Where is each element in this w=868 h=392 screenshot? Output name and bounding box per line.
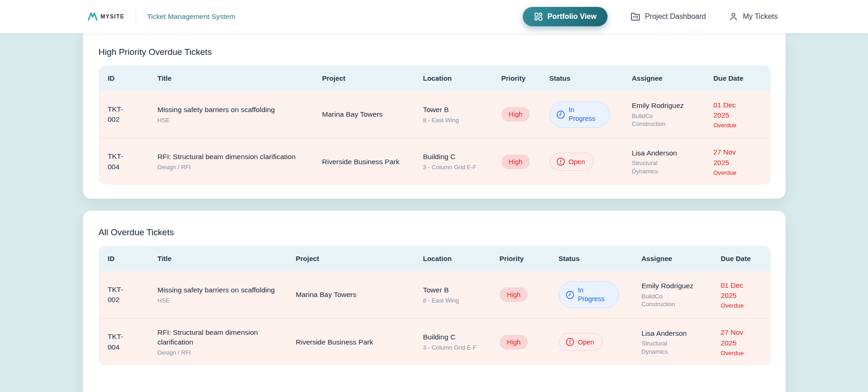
table-row: TKT-004 RFI: Structural beam dimension c… [99,138,771,185]
col-header-id: ID [99,65,158,91]
nav-project-dashboard-label: Project Dashboard [645,12,706,21]
brand-logo[interactable]: MYSITE [88,12,124,21]
app-title: Ticket Management System [147,12,236,21]
ticket-location-detail: 8 - East Wing [423,297,482,305]
ticket-priority-cell: High [500,287,559,302]
ticket-assignee-cell: Lisa Anderson Structural Dynamics [632,148,714,176]
due-date: 01 Dec 2025 [714,100,747,121]
due-date: 01 Dec 2025 [721,280,754,301]
ticket-category: HSE [158,116,311,125]
priority-badge-high: High [502,107,530,122]
table-header-row: ID Title Project Location Priority Statu… [99,246,771,271]
nav-my-tickets-label: My Tickets [743,12,778,21]
ticket-status-cell: In Progress [549,101,632,128]
brand-group: MYSITE Ticket Management System [88,10,235,24]
nav-portfolio-view-button[interactable]: Portfolio View [523,7,608,26]
priority-badge-high: High [500,287,528,302]
due-status: Overdue [714,122,760,129]
ticket-priority-cell: High [502,107,549,122]
ticket-location-detail: 3 - Column Grid E-F [423,344,482,352]
due-status: Overdue [721,302,760,309]
col-header-status: Status [559,246,642,271]
ticket-location-detail: 3 - Column Grid E-F [423,163,482,172]
clock-icon [566,291,574,299]
ticket-assignee-cell: Emily Rodriguez BuildCo Construction [642,281,721,309]
alert-circle-icon [566,338,574,346]
col-header-location: Location [423,246,500,271]
ticket-title-cell: Missing safety barriers on scaffolding H… [158,105,322,124]
assignee-company: BuildCo Construction [642,292,693,309]
col-header-assignee: Assignee [642,246,721,271]
table-row: TKT-002 Missing safety barriers on scaff… [99,91,771,138]
assignee-company: Structural Dynamics [632,159,684,175]
page-content: High Priority Overdue Tickets ID Title P… [83,33,785,392]
ticket-location: Building C [423,152,490,162]
col-header-id: ID [99,246,158,271]
col-header-title: Title [158,65,322,91]
ticket-due-cell: 27 Nov 2025 Overdue [714,147,771,176]
col-header-location: Location [423,65,502,91]
ticket-project: Marina Bay Towers [296,290,423,300]
ticket-category: HSE [158,297,285,305]
ticket-due-cell: 27 Nov 2025 Overdue [721,327,771,356]
due-date: 27 Nov 2025 [714,147,747,168]
ticket-assignee-cell: Emily Rodriguez BuildCo Construction [632,101,714,128]
nav-portfolio-view-label: Portfolio View [548,12,596,21]
col-header-assignee: Assignee [632,65,714,91]
ticket-assignee-cell: Lisa Anderson Structural Dynamics [642,328,721,356]
status-badge-in-progress: In Progress [559,281,619,308]
ticket-due-cell: 01 Dec 2025 Overdue [721,280,771,309]
ticket-location-cell: Tower B 8 - East Wing [423,105,502,124]
ticket-due-cell: 01 Dec 2025 Overdue [714,100,771,129]
col-header-project: Project [322,65,423,91]
col-header-priority: Priority [502,65,549,91]
assignee-company: Structural Dynamics [642,339,693,356]
ticket-project: Riverside Business Park [296,337,423,347]
col-header-due-date: Due Date [721,246,771,271]
ticket-location: Tower B [423,105,490,115]
ticket-title: RFI: Structural beam dimension clarifica… [158,327,285,347]
ticket-priority-cell: High [500,335,559,350]
ticket-location-detail: 8 - East Wing [423,116,482,125]
col-header-title: Title [158,246,296,271]
ticket-priority-cell: High [502,154,549,169]
nav-my-tickets[interactable]: My Tickets [729,12,778,21]
col-header-project: Project [296,246,423,271]
ticket-location-cell: Tower B 8 - East Wing [423,285,500,304]
layout-grid-icon [534,12,543,21]
ticket-status-cell: Open [549,153,632,171]
ticket-project: Riverside Business Park [322,157,423,167]
high-priority-table: ID Title Project Location Priority Statu… [99,65,771,185]
nav-project-dashboard[interactable]: Project Dashboard [631,12,706,22]
status-badge-in-progress: In Progress [549,101,610,128]
col-header-due-date: Due Date [714,65,771,91]
all-overdue-section: All Overdue Tickets ID Title Project Loc… [83,211,785,392]
header-divider [136,10,136,24]
table-row: TKT-002 Missing safety barriers on scaff… [99,271,771,318]
ticket-id: TKT-002 [99,285,136,305]
assignee-name: Lisa Anderson [642,328,710,339]
due-status: Overdue [714,169,760,176]
priority-badge-high: High [502,154,530,169]
ticket-title-cell: Missing safety barriers on scaffolding H… [158,285,296,304]
ticket-title-cell: RFI: Structural beam dimension clarifica… [158,152,322,171]
top-navigation-bar: MYSITE Ticket Management System Portfoli… [0,0,868,33]
section-title-all-overdue: All Overdue Tickets [99,227,771,238]
ticket-id: TKT-004 [99,151,136,172]
section-title-high-priority: High Priority Overdue Tickets [99,47,771,57]
ticket-category: Design / RFI [158,349,285,357]
ticket-location-cell: Building C 3 - Column Grid E-F [423,152,502,171]
ticket-id: TKT-004 [99,332,136,352]
table-header-row: ID Title Project Location Priority Statu… [99,65,771,91]
status-badge-open: Open [559,333,603,351]
brand-name: MYSITE [100,13,124,20]
due-date: 27 Nov 2025 [721,327,754,348]
assignee-company: BuildCo Construction [632,112,684,128]
ticket-location-cell: Building C 3 - Column Grid E-F [423,332,500,351]
ticket-title: RFI: Structural beam dimension clarifica… [158,152,311,162]
high-priority-overdue-section: High Priority Overdue Tickets ID Title P… [83,33,785,199]
ticket-id: TKT-002 [99,104,136,125]
col-header-priority: Priority [500,246,559,271]
ticket-title-cell: RFI: Structural beam dimension clarifica… [158,327,296,357]
main-nav: Portfolio View Project Dashboard My Tick… [523,7,778,26]
